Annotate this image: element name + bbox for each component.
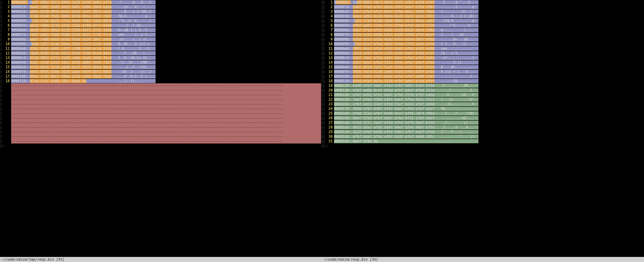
hex-row[interactable]: 210000140: efbf bd52 efbf bdef bfbd 2530… (325, 93, 644, 97)
hex-content[interactable]: 00000b0: f6b9 9746 9ce6 9555 52d3 f50b 6… (11, 51, 321, 56)
hex-row[interactable]: 190000120: bd46 efbf bdef bfbd efbf bd55… (325, 83, 644, 88)
hex-row[interactable]: 2700001a0: bfbd 321c 1eef bfbd efbf bd79… (325, 120, 644, 125)
hex-content[interactable]: 0000040: 215e 47ae 8925 272d 6da0 f602 2… (11, 18, 321, 23)
hex-row[interactable]: 90000080: e66f 7486 e9fa dc6a 9fab 3210 … (2, 37, 321, 42)
hex-row[interactable]: 180000110: bfbd efbf bd7e 3226 efbf bdef… (325, 79, 644, 83)
hex-row[interactable]: 40000030: 3740 0348 f0db 8883 0910 001a … (2, 14, 321, 18)
hex-row[interactable]: 1100000a0: 7865 6bef bfbd efbf bdef bfbd… (325, 46, 644, 51)
hex-row[interactable]: 1500000e0: bffe d4c0 3210 a646 0cdf 2874… (2, 65, 321, 69)
hex-content[interactable]: 0000010: bdef bfbd efbf bd7a efbf bdef b… (334, 5, 644, 9)
left-pane[interactable]: 10000000: 0a37 0802 10c3 8040 1a10 ba38 … (2, 0, 321, 257)
hex-row[interactable]: 2900001c0: 3222 efbf bd46 efbf bd63 efbf… (325, 130, 644, 134)
hex-content[interactable]: 0000050: efbf bd07 215e 47ef bfbd efbf b… (334, 23, 644, 28)
hex-content[interactable]: 00000d0: efbf bdef bfbd 321c 284c efbf b… (334, 60, 644, 65)
hex-row[interactable]: 100000090: 36e0 1d57 5ca6 93de 391b 7a7d… (2, 42, 321, 46)
hex-content[interactable]: 0000030: baba a8b6 0130 003a 0a32 2e32 2… (334, 14, 644, 18)
hex-row[interactable]: 80000070: 7865 6b82 fdb8 9560 3210 9a75 … (2, 32, 321, 37)
hex-content[interactable]: 0000070: 321e efbf bd5b efbf bd26 4708 e… (334, 32, 644, 37)
hex-row[interactable]: 60000050: a0cd c90a 3210 d15b f326 4708 … (2, 23, 321, 28)
hex-row[interactable]: 10000000: 0a49 0802 10c3 8040 1a22 efbf … (325, 0, 644, 5)
hex-content[interactable]: 0000010: dae8 1967 2b89 ddd2 6b5c 200b 2… (11, 5, 321, 9)
hex-row[interactable]: 1200000b0: f6b9 9746 9ce6 9555 52d3 f50b… (2, 51, 321, 56)
hex-row[interactable]: 170000100: d5a7 fc4f 60cf 48ab 3210 c446… (2, 74, 321, 79)
hex-content[interactable]: 0000060: 4b3d c624 38a3 3210 3195 44f3 2… (11, 28, 321, 32)
hex-row[interactable]: 1400000d0: 0a5c 3210 d333 33b1 d516 d868… (2, 60, 321, 65)
hex-row[interactable]: 1500000e0: 36ef bfbd 1d57 5cef bfbd efbf… (325, 65, 644, 69)
hex-row[interactable]: 60000050: efbf bd07 215e 47ef bfbd efbf … (325, 23, 644, 28)
hex-content[interactable]: 0000100: efbf bd01 efbf bdef bfbd efbf b… (334, 74, 644, 79)
hex-content[interactable]: 00001d0: efbf bdef bfbd efbf bd3f efbf b… (334, 134, 644, 139)
hex-content[interactable]: 00001e0: 0eef bfbd 0a ..... (334, 139, 644, 143)
right-pane[interactable]: 10000000: 0a49 0802 10c3 8040 1a22 efbf … (325, 0, 644, 257)
hex-content[interactable]: 0000180: bfbd 321e efbf bd46 0cef bfbd 2… (334, 111, 644, 116)
hex-content[interactable]: 0000080: bfbd 01ef bfbd 4b3d efbf bd24 3… (334, 37, 644, 42)
hex-content[interactable]: 0000100: d5a7 fc4f 60cf 48ab 3210 c446 9… (11, 74, 321, 79)
hex-row[interactable]: 3000001d0: efbf bdef bfbd efbf bd3f efbf… (325, 134, 644, 139)
hex-row[interactable]: 1200000b0: 3224 efbf bd75 1735 efbf bdef… (325, 51, 644, 56)
hex-content[interactable]: 0000030: 3740 0348 f0db 8883 0910 001a 1… (11, 14, 321, 18)
hex-content[interactable]: 0000090: 36e0 1d57 5ca6 93de 391b 7a7d 3… (11, 42, 321, 46)
hex-content[interactable]: 00000a0: 439c 62a5 a401 c3ff cf00 3299 b… (11, 46, 321, 51)
hex-content[interactable]: 0000130: efbf bd0b 6cef bfbd efbf bdef b… (334, 88, 644, 93)
hex-content[interactable]: 00000e0: 36ef bfbd 1d57 5cef bfbd efbf b… (334, 65, 644, 69)
hex-row[interactable]: 1600000f0: edf1 6f51 b59e 3210 1eee e679… (2, 69, 321, 74)
hex-content[interactable]: 00000f0: edf1 6f51 b59e 3210 1eee e679 5… (11, 69, 321, 74)
hex-content[interactable]: 0000110: 87cd fc3f d560 285c 0ea4 0a ...… (11, 79, 321, 83)
hex-content[interactable]: 0000050: a0cd c90a 3210 d15b f326 4708 b… (11, 23, 321, 28)
hex-row[interactable]: 220000150: 7aef bfbd 5569 efbf bdef bfbd… (325, 97, 644, 102)
vertical-split[interactable]: |||||||||||||||||||||||||||||||| (321, 0, 323, 257)
hex-content[interactable]: 00001c0: 3222 efbf bd46 efbf bd63 efbf b… (334, 130, 644, 134)
hex-content[interactable]: 00000b0: 3224 efbf bd75 1735 efbf bdef b… (334, 51, 644, 56)
hex-content[interactable]: 00000c0: bd6f 74ef bfbd efbf bdef bfbd e… (334, 56, 644, 60)
hex-row[interactable]: 20000010: bdef bfbd efbf bd7a efbf bdef … (325, 5, 644, 9)
hex-content[interactable]: 0000090: 321e 31ef bfbd 44ef bfbd 2f32 1… (334, 42, 644, 46)
hex-content[interactable]: 0000020: a8b6 0130 003a 0a32 2e32 2e31 3… (11, 9, 321, 14)
hex-content[interactable]: 0000020: 2bef bfbd efbf bdef bfbd 6b5c 2… (334, 9, 644, 14)
hex-row[interactable]: 3100001e0: 0eef bfbd 0a ..... (325, 139, 644, 143)
hex-content[interactable]: 0000170: 3938 efbf bd07 efbf bdef bfbd e… (334, 107, 644, 111)
hex-row[interactable]: 10000000: 0a37 0802 10c3 8040 1a10 ba38 … (2, 0, 321, 5)
hex-content[interactable]: 00000a0: 7865 6bef bfbd efbf bdef bfbd e… (334, 46, 644, 51)
hex-row[interactable]: 1100000a0: 439c 62a5 a401 c3ff cf00 3299… (2, 46, 321, 51)
hex-content[interactable]: 0000000: 0a37 0802 10c3 8040 1a10 ba38 b… (11, 0, 321, 5)
hex-content[interactable]: 0000110: bfbd efbf bd7e 3226 efbf bdef b… (334, 79, 644, 83)
hex-row[interactable]: 230000160: efbf bd33 33ef bfbd 55ef bd16… (325, 102, 644, 107)
hex-row[interactable]: 1300000c0: 3210 9852 e7f1 2530 cb6b 7aa0… (2, 56, 321, 60)
hex-content[interactable]: 0000040: 2e32 3740 0348 f0db 8883 0910 0… (334, 18, 644, 23)
hex-row[interactable]: 30000020: 2bef bfbd efbf bdef bfbd 6b5c … (325, 9, 644, 14)
hex-content[interactable]: 0000000: 0a49 0802 10c3 8040 1a22 efbf b… (334, 0, 644, 5)
hex-content[interactable]: 0000080: e66f 7486 e9fa dc6a 9fab 3210 2… (11, 37, 321, 42)
hex-row[interactable]: 1400000d0: efbf bdef bfbd 321c 284c efbf… (325, 60, 644, 65)
hex-row[interactable]: 250000180: bfbd 321e efbf bd46 0cef bfbd… (325, 111, 644, 116)
hex-row[interactable]: 1300000c0: bd6f 74ef bfbd efbf bdef bfbd… (325, 56, 644, 60)
hex-content[interactable]: 0000150: 7aef bfbd 5569 efbf bdef bfbd 0… (334, 97, 644, 102)
hex-row[interactable]: 170000100: efbf bd01 efbf bdef bfbd efbf… (325, 74, 644, 79)
hex-row[interactable]: 260000190: 0bef bfbd efbf bdef bfbd 6f51… (325, 116, 644, 120)
hex-content[interactable]: 0000060: 6def bfbd efbf bd02 2d20 0028 a… (334, 28, 644, 32)
hex-row[interactable]: 70000060: 4b3d c624 38a3 3210 3195 44f3 … (2, 28, 321, 32)
hex-row[interactable]: 2800001b0: 0832 d5a7 efbf bd4f 60ef bfbd… (325, 125, 644, 130)
hex-content[interactable]: 00000d0: 0a5c 3210 d333 33b1 d516 d868 3… (11, 60, 321, 65)
hex-content[interactable]: 0000160: efbf bd33 33ef bfbd 55ef bd16 e… (334, 102, 644, 107)
hex-row[interactable]: 1600000f0: 391b 7a7d 3220 3e0b 43ef bfbd… (325, 69, 644, 74)
hex-content[interactable]: 0000120: bd46 efbf bdef bfbd efbf bd55 5… (334, 83, 644, 88)
hex-content[interactable]: 0000070: 7865 6b82 fdb8 9560 3210 9a75 1… (11, 32, 321, 37)
hex-content[interactable]: 00000e0: bffe d4c0 3210 a646 0cdf 2874 4… (11, 65, 321, 69)
hex-content[interactable]: 0000140: efbf bd52 efbf bdef bfbd 2530 e… (334, 93, 644, 97)
hex-row[interactable]: 240000170: 3938 efbf bd07 efbf bdef bfbd… (325, 107, 644, 111)
hex-row[interactable]: 40000030: baba a8b6 0130 003a 0a32 2e32 … (325, 14, 644, 18)
hex-content[interactable]: 0000190: 0bef bfbd efbf bdef bfbd 6f51 e… (334, 116, 644, 120)
hex-row[interactable]: 180000110: 87cd fc3f d560 285c 0ea4 0a .… (2, 79, 321, 83)
hex-content[interactable]: 00001a0: bfbd 321c 1eef bfbd efbf bd79 5… (334, 120, 644, 125)
fold-column-left[interactable]: |||||||||||||||||||||||||||||||| (0, 0, 2, 257)
hex-row[interactable]: 70000060: 6def bfbd efbf bd02 2d20 0028 … (325, 28, 644, 32)
hex-row[interactable]: 100000090: 321e 31ef bfbd 44ef bfbd 2f32… (325, 42, 644, 46)
hex-row[interactable]: 50000040: 215e 47ae 8925 272d 6da0 f602 … (2, 18, 321, 23)
hex-row[interactable]: 30000020: a8b6 0130 003a 0a32 2e32 2e31 … (2, 9, 321, 14)
hex-row[interactable]: 90000080: bfbd 01ef bfbd 4b3d efbf bd24 … (325, 37, 644, 42)
hex-row[interactable]: 20000010: dae8 1967 2b89 ddd2 6b5c 200b … (2, 5, 321, 9)
hex-row[interactable]: 80000070: 321e efbf bd5b efbf bd26 4708 … (325, 32, 644, 37)
hex-row[interactable]: 50000040: 2e32 3740 0348 f0db 8883 0910 … (325, 18, 644, 23)
hex-content[interactable]: 00000c0: 3210 9852 e7f1 2530 cb6b 7aa0 5… (11, 56, 321, 60)
hex-content[interactable]: 00001b0: 0832 d5a7 efbf bd4f 60ef bfbd 4… (334, 125, 644, 130)
